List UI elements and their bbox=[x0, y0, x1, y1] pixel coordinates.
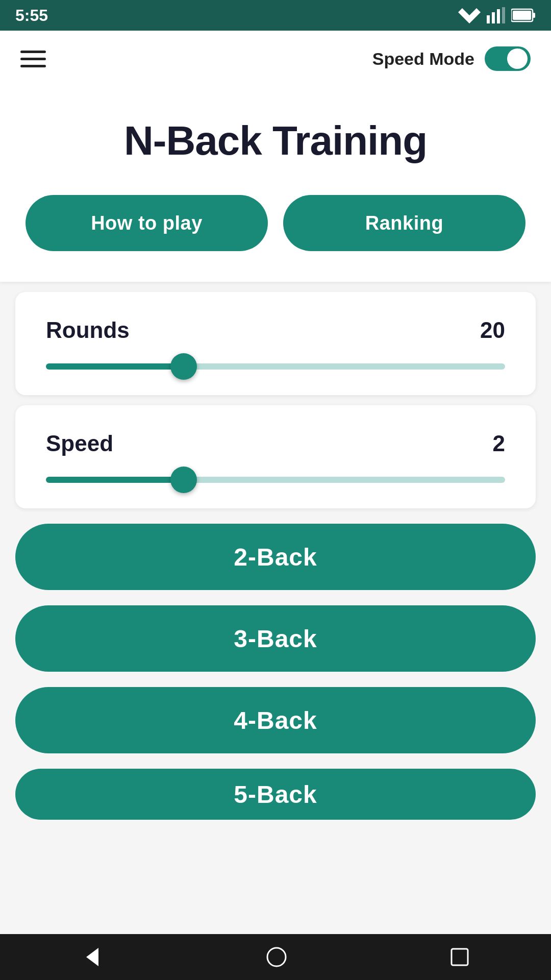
recents-icon bbox=[449, 947, 470, 967]
menu-button[interactable] bbox=[20, 51, 46, 67]
2back-button[interactable]: 2-Back bbox=[15, 524, 536, 590]
game-buttons-section: 2-Back 3-Back 4-Back 5-Back bbox=[0, 519, 551, 825]
svg-point-9 bbox=[267, 948, 286, 966]
rounds-slider-thumb[interactable] bbox=[170, 353, 197, 380]
rounds-slider-header: Rounds 20 bbox=[46, 317, 505, 343]
nav-home-button[interactable] bbox=[265, 946, 288, 968]
speed-tick-1 bbox=[272, 477, 279, 483]
speed-mode-toggle[interactable] bbox=[485, 46, 531, 71]
app-title: N-Back Training bbox=[26, 117, 525, 164]
speed-slider-header: Speed 2 bbox=[46, 431, 505, 456]
speed-slider-thumb[interactable] bbox=[170, 467, 197, 493]
svg-marker-8 bbox=[86, 948, 98, 966]
rounds-label: Rounds bbox=[46, 317, 130, 343]
nav-recents-button[interactable] bbox=[449, 947, 470, 967]
5back-button[interactable]: 5-Back bbox=[15, 769, 536, 820]
hamburger-line-2 bbox=[20, 58, 46, 60]
speed-slider-track[interactable] bbox=[46, 477, 505, 483]
rounds-tick-1 bbox=[272, 363, 279, 370]
rounds-tick-2 bbox=[387, 363, 393, 370]
rounds-slider-card: Rounds 20 bbox=[15, 292, 536, 395]
signal-icon bbox=[487, 7, 505, 23]
button-row: How to play Ranking bbox=[26, 195, 525, 251]
rounds-slider-track[interactable] bbox=[46, 363, 505, 370]
nav-back-button[interactable] bbox=[81, 946, 104, 968]
home-icon bbox=[265, 946, 288, 968]
3back-button[interactable]: 3-Back bbox=[15, 605, 536, 672]
status-time: 5:55 bbox=[15, 6, 48, 25]
status-bar: 5:55 bbox=[0, 0, 551, 31]
speed-tick-2 bbox=[387, 477, 393, 483]
wifi-icon bbox=[458, 7, 481, 23]
hamburger-line-1 bbox=[20, 51, 46, 53]
speed-slider-card: Speed 2 bbox=[15, 405, 536, 508]
back-icon bbox=[81, 946, 104, 968]
bottom-nav bbox=[0, 934, 551, 980]
svg-rect-6 bbox=[533, 13, 535, 18]
svg-rect-4 bbox=[502, 7, 505, 23]
speed-label: Speed bbox=[46, 431, 113, 456]
speed-mode-label: Speed Mode bbox=[372, 49, 474, 69]
main-content: N-Back Training How to play Ranking Roun… bbox=[0, 87, 551, 934]
ranking-button[interactable]: Ranking bbox=[283, 195, 525, 251]
svg-rect-7 bbox=[513, 11, 531, 20]
hamburger-line-3 bbox=[20, 65, 46, 67]
how-to-play-button[interactable]: How to play bbox=[26, 195, 268, 251]
speed-mode-container: Speed Mode bbox=[372, 46, 531, 71]
svg-rect-2 bbox=[492, 12, 495, 23]
svg-rect-1 bbox=[487, 15, 490, 23]
svg-rect-10 bbox=[452, 949, 468, 965]
4back-button[interactable]: 4-Back bbox=[15, 687, 536, 753]
rounds-value: 20 bbox=[480, 317, 505, 343]
header-card: N-Back Training How to play Ranking bbox=[0, 87, 551, 282]
svg-rect-3 bbox=[497, 9, 500, 23]
speed-value: 2 bbox=[493, 431, 505, 456]
status-icons bbox=[458, 7, 536, 23]
app-bar: Speed Mode bbox=[0, 31, 551, 87]
svg-marker-0 bbox=[458, 8, 481, 23]
battery-icon bbox=[511, 8, 536, 22]
